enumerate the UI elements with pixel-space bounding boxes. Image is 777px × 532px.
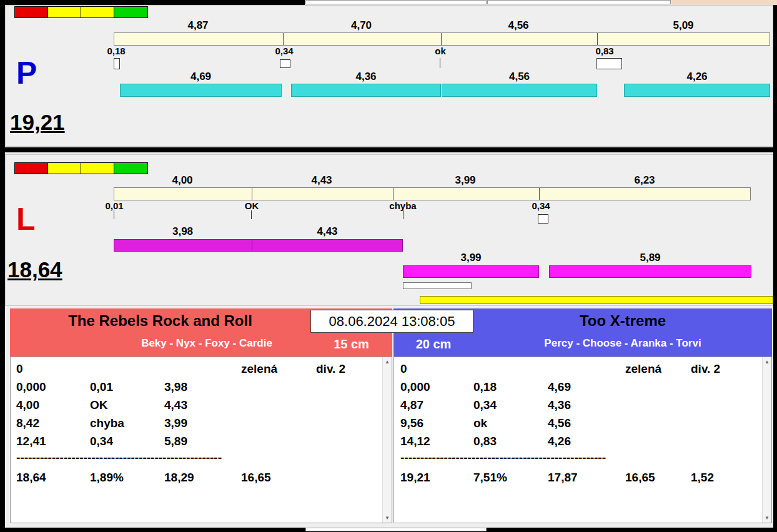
l-run-bar	[403, 265, 539, 278]
p-exchange-value: 0,34	[268, 46, 300, 56]
datetime-display: 08.06.2024 13:08:05	[310, 310, 473, 333]
l-exchange-tick	[114, 210, 114, 219]
l-run-bar	[549, 265, 751, 278]
right-difference: 1,52	[691, 471, 714, 485]
p-total-time: 19,21	[10, 111, 65, 133]
l-exchange-value: chyba	[381, 200, 425, 211]
l-split-time: 4,43	[251, 174, 392, 187]
right-reference: 16,65	[625, 471, 655, 485]
l-run-bar	[252, 239, 403, 252]
timeline-divider	[393, 188, 393, 200]
right-results-table: 0 zelená div. 2 0,000 0,18 4,69 4,87 0,3…	[393, 357, 772, 523]
left-adjusted: 18,29	[164, 471, 194, 485]
table-cell: 14,12	[400, 435, 430, 449]
table-cell: 0,34	[90, 435, 113, 449]
left-start-value: 0	[16, 362, 23, 377]
p-timeline-bar	[114, 32, 770, 46]
left-percent: 1,89%	[90, 471, 124, 485]
table-cell: 0,000	[16, 380, 46, 395]
timeline-divider	[252, 188, 252, 200]
p-run-time: 4,56	[442, 71, 597, 83]
p-split-time: 4,56	[440, 19, 596, 32]
table-cell: 0,34	[473, 398, 497, 413]
right-total: 19,21	[400, 471, 430, 485]
right-percent: 7,51%	[473, 471, 507, 485]
l-exchange-value: 0,01	[98, 200, 131, 211]
scroll-down-icon[interactable]: ▼	[763, 515, 771, 521]
l-exchange-value: 0,34	[525, 200, 557, 211]
table-cell: ok	[473, 416, 487, 431]
p-run-time: 4,36	[291, 71, 441, 83]
l-run-time: 3,99	[403, 252, 539, 264]
lane-divider	[5, 147, 773, 152]
table-divider-dashes: ----------------------------------------…	[400, 451, 606, 465]
left-total: 18,64	[16, 471, 46, 485]
right-team-members: Percy - Choose - Aranka - Torvi	[473, 337, 772, 350]
table-cell: 4,56	[548, 416, 571, 431]
timeline-divider	[597, 33, 598, 45]
table-cell: 5,89	[164, 435, 187, 449]
left-table-scrollbar[interactable]: ▲ ▼	[382, 357, 392, 523]
p-run-time: 4,26	[624, 71, 770, 83]
table-cell: 4,87	[400, 398, 423, 413]
table-cell: 4,26	[548, 435, 571, 449]
titlebar-fragment-1	[305, 0, 487, 4]
right-adjusted: 17,87	[548, 471, 578, 485]
right-team-name: Too X-treme	[473, 312, 772, 330]
l-run-bar	[114, 239, 252, 252]
p-run-bar	[291, 84, 441, 97]
scroll-down-icon[interactable]: ▼	[383, 515, 392, 521]
scroll-up-icon[interactable]: ▲	[763, 359, 771, 365]
table-cell: 8,42	[16, 416, 39, 431]
l-total-time: 18,64	[7, 259, 62, 280]
l-exchange-value: OK	[235, 200, 268, 211]
p-split-time: 4,87	[114, 19, 282, 32]
p-run-time: 4,69	[120, 71, 282, 83]
right-division: div. 2	[691, 362, 720, 377]
l-exchange-marker	[538, 214, 548, 224]
table-cell: 4,43	[164, 398, 187, 413]
left-color-status: zelená	[241, 362, 277, 377]
p-exchange-value: 0,18	[100, 46, 132, 56]
l-status-lights	[14, 162, 148, 174]
scroll-up-icon[interactable]: ▲	[383, 359, 392, 365]
left-division: div. 2	[316, 362, 345, 377]
table-cell: 12,41	[16, 435, 46, 449]
table-cell: 4,36	[548, 398, 571, 413]
taskbar-fragment	[305, 528, 487, 531]
l-exchange-tick	[251, 210, 252, 219]
background-window-corner	[671, 0, 777, 5]
p-run-bar	[120, 84, 282, 97]
l-split-time: 3,99	[392, 174, 538, 187]
p-exchange-tick	[440, 58, 440, 68]
status-light-yellow2-icon	[81, 7, 114, 17]
p-status-lights	[14, 6, 148, 18]
left-team-name: The Rebels Rock and Roll	[10, 312, 310, 330]
l-run-time: 4,43	[252, 225, 403, 238]
table-cell: 4,69	[548, 380, 571, 395]
table-cell: 9,56	[400, 416, 423, 431]
table-cell: 0,01	[90, 380, 113, 395]
table-cell: OK	[90, 398, 108, 413]
l-split-time: 6,23	[538, 174, 751, 187]
l-run-time: 3,98	[114, 225, 252, 238]
p-run-bar	[624, 84, 770, 97]
status-light-green-icon	[114, 7, 147, 17]
status-light-yellow2-icon	[81, 163, 114, 174]
left-team-category: 15 cm	[310, 337, 392, 352]
p-split-time: 5,09	[596, 19, 770, 32]
titlebar-fragment-2	[487, 0, 671, 4]
p-exchange-marker	[596, 58, 622, 69]
progress-indicator	[403, 282, 472, 289]
table-divider-dashes: ----------------------------------------…	[16, 451, 222, 465]
timeline-divider	[539, 188, 540, 200]
right-table-scrollbar[interactable]: ▲ ▼	[762, 357, 771, 523]
right-color-status: zelená	[625, 362, 661, 377]
p-exchange-value: ok	[424, 46, 457, 56]
p-split-time: 4,70	[282, 19, 440, 32]
status-light-red-icon	[15, 7, 48, 17]
table-cell: 3,98	[164, 380, 187, 395]
l-exchange-tick	[403, 210, 403, 219]
status-light-red-icon	[15, 163, 48, 174]
table-cell: chyba	[90, 416, 124, 431]
